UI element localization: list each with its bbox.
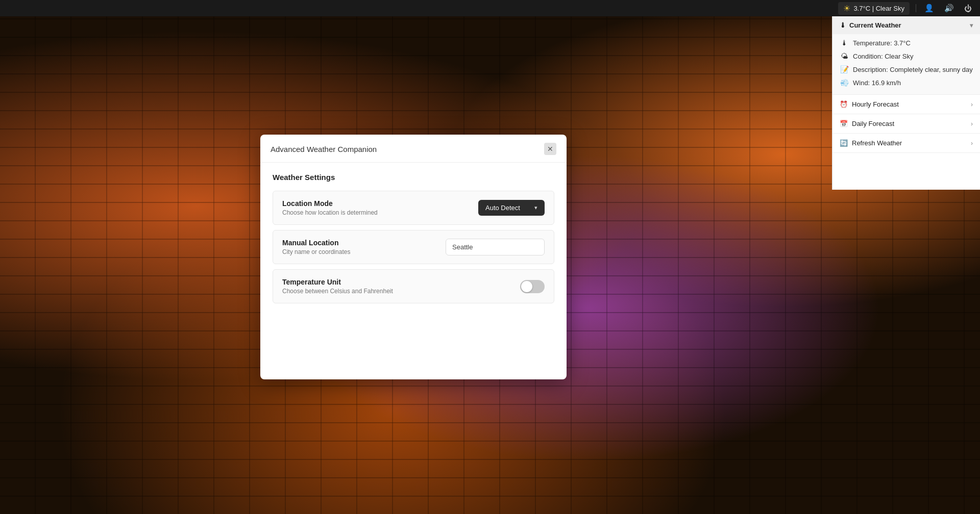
manual-location-row: Manual Location City name or coordinates: [273, 230, 554, 264]
location-mode-dropdown[interactable]: Auto Detect ▾: [478, 200, 545, 216]
settings-dialog: Advanced Weather Companion ✕ Weather Set…: [260, 135, 567, 379]
temperature-unit-toggle[interactable]: [520, 280, 545, 293]
dialog-overlay: Advanced Weather Companion ✕ Weather Set…: [0, 0, 980, 514]
dialog-body: Weather Settings Location Mode Choose ho…: [260, 163, 567, 319]
location-mode-label: Location Mode: [282, 199, 378, 208]
dropdown-arrow-icon: ▾: [534, 204, 537, 211]
temperature-unit-desc: Choose between Celsius and Fahrenheit: [282, 288, 393, 295]
temperature-unit-label: Temperature Unit: [282, 278, 393, 286]
manual-location-labels: Manual Location City name or coordinates: [282, 239, 350, 255]
dialog-titlebar: Advanced Weather Companion ✕: [260, 135, 567, 163]
location-mode-row: Location Mode Choose how location is det…: [273, 191, 554, 225]
toggle-thumb: [521, 281, 532, 292]
location-mode-value: Auto Detect: [485, 204, 520, 212]
settings-heading: Weather Settings: [273, 173, 554, 182]
dialog-title: Advanced Weather Companion: [271, 145, 377, 153]
dialog-close-button[interactable]: ✕: [544, 143, 556, 155]
manual-location-desc: City name or coordinates: [282, 248, 350, 255]
location-mode-desc: Choose how location is determined: [282, 209, 378, 216]
temperature-unit-row: Temperature Unit Choose between Celsius …: [273, 269, 554, 303]
temperature-unit-labels: Temperature Unit Choose between Celsius …: [282, 278, 393, 295]
manual-location-input[interactable]: [446, 239, 545, 255]
location-mode-labels: Location Mode Choose how location is det…: [282, 199, 378, 216]
toggle-track: [520, 280, 545, 293]
manual-location-label: Manual Location: [282, 239, 350, 247]
